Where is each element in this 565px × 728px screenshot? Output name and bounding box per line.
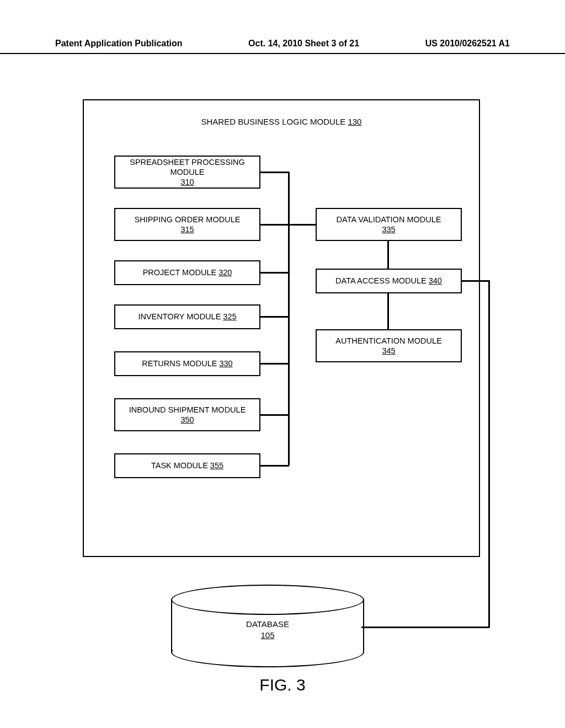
database-label-text: DATABASE (246, 619, 289, 629)
connector-line (288, 172, 290, 465)
module-label-text: PROJECT MODULE (143, 268, 216, 277)
module-label-text: DATA ACCESS MODULE (335, 276, 427, 285)
module-label-text: TASK MODULE (151, 461, 208, 470)
module-ref: 340 (429, 276, 442, 285)
module-ref: 325 (223, 312, 236, 321)
module-label: RETURNS MODULE 330 (142, 358, 232, 368)
database-top-ellipse (171, 585, 364, 615)
header-publication: Patent Application Publication (55, 39, 183, 49)
figure-caption: FIG. 3 (0, 676, 565, 694)
module-ref: 320 (218, 268, 232, 277)
connector-line (260, 465, 289, 467)
connector-line (260, 363, 289, 365)
connector-line (260, 414, 289, 416)
data-access-module: DATA ACCESS MODULE 340 (316, 269, 462, 293)
container-title-ref: 130 (348, 117, 361, 126)
module-ref: 335 (382, 224, 395, 234)
inbound-shipment-module: INBOUND SHIPMENT MODULE 350 (114, 398, 260, 431)
module-label: DATA ACCESS MODULE 340 (335, 276, 442, 286)
module-label: INBOUND SHIPMENT MODULE (129, 405, 246, 415)
database-cylinder: DATABASE 105 (171, 585, 364, 665)
database-ref: 105 (260, 630, 274, 640)
module-ref: 350 (180, 415, 194, 425)
inventory-module: INVENTORY MODULE 325 (114, 304, 260, 329)
container-title-label: SHARED BUSINESS LOGIC MODULE (201, 117, 346, 126)
shared-business-logic-module: SHARED BUSINESS LOGIC MODULE 130 SPREADS… (83, 99, 480, 557)
connector-line (387, 241, 389, 270)
connector-line (260, 172, 289, 173)
connector-line (461, 280, 489, 282)
module-label: INVENTORY MODULE 325 (138, 312, 236, 322)
connector-line (387, 293, 389, 330)
task-module: TASK MODULE 355 (114, 453, 260, 478)
module-ref: 355 (210, 461, 223, 470)
module-label: AUTHENTICATION MODULE (335, 336, 441, 346)
project-module: PROJECT MODULE 320 (114, 260, 260, 285)
module-ref: 310 (180, 177, 194, 187)
header-date-sheet: Oct. 14, 2010 Sheet 3 of 21 (183, 39, 425, 49)
module-label: DATA VALIDATION MODULE (337, 215, 441, 224)
connector-line (260, 316, 289, 318)
connector-line (260, 224, 289, 226)
container-title: SHARED BUSINESS LOGIC MODULE 130 (84, 117, 479, 126)
authentication-module: AUTHENTICATION MODULE 345 (316, 329, 462, 362)
module-label: SHIPPING ORDER MODULE (135, 215, 241, 224)
module-label-text: RETURNS MODULE (142, 359, 217, 368)
data-validation-module: DATA VALIDATION MODULE 335 (316, 208, 462, 241)
page-header: Patent Application Publication Oct. 14, … (0, 39, 565, 54)
module-label-text: INVENTORY MODULE (138, 312, 221, 321)
spreadsheet-processing-module: SPREADSHEET PROCESSING MODULE 310 (114, 156, 260, 189)
module-ref: 345 (382, 346, 395, 356)
module-label: TASK MODULE 355 (151, 461, 223, 470)
database-label: DATABASE 105 (171, 619, 364, 640)
connector-line (361, 627, 489, 628)
connector-line (288, 224, 317, 226)
module-label: PROJECT MODULE 320 (143, 267, 232, 277)
connector-line (488, 280, 490, 628)
connector-line (260, 272, 289, 274)
module-label: SPREADSHEET PROCESSING MODULE (119, 157, 256, 177)
shipping-order-module: SHIPPING ORDER MODULE 315 (114, 208, 260, 241)
header-pub-number: US 2010/0262521 A1 (425, 39, 510, 49)
returns-module: RETURNS MODULE 330 (114, 351, 260, 376)
module-ref: 330 (219, 359, 232, 368)
module-ref: 315 (180, 224, 194, 234)
